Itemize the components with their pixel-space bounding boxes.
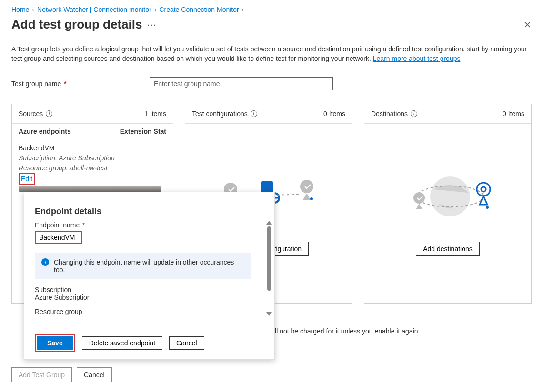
resource-group-label: Resource group [35,308,264,315]
sources-count: 1 Items [144,110,166,118]
svg-line-7 [277,194,300,195]
sources-title: Sources [19,110,43,118]
info-text: Changing this endpoint name will update … [54,258,245,274]
subscription-value: Azure Subscription [35,294,264,301]
page-title: Add test group details [11,17,142,32]
popup-title: Endpoint details [35,206,264,216]
source-subscription: Subscription: Azure Subscription [19,153,166,163]
learn-more-link[interactable]: Learn more about test groups [373,55,461,62]
source-edit-link[interactable]: Edit [21,174,32,184]
test-group-name-label: Test group name [11,80,61,88]
source-resource-group: Resource group: abell-nw-test [19,163,166,173]
info-icon[interactable]: i [46,110,52,117]
delete-endpoint-button[interactable]: Delete saved endpoint [82,336,162,350]
testcfg-title: Test configurations [192,110,248,118]
crumb-watcher[interactable]: Network Watcher | Connection monitor [37,6,151,13]
info-icon: i [41,258,49,266]
required-icon: * [82,221,85,229]
endpoint-name-input[interactable] [35,231,251,244]
crumb-home[interactable]: Home [11,6,29,13]
info-callout: i Changing this endpoint name will updat… [35,253,251,279]
info-icon[interactable]: i [251,110,257,117]
info-icon[interactable]: i [411,110,417,117]
crumb-create[interactable]: Create Connection Monitor [159,6,239,13]
svg-point-13 [481,187,486,192]
subscription-label: Subscription [35,286,264,294]
destinations-count: 0 Items [503,110,524,118]
test-group-name-input[interactable] [150,77,333,90]
svg-point-12 [477,183,490,196]
cancel-button[interactable]: Cancel [77,367,112,382]
required-icon: * [64,80,66,88]
close-icon[interactable]: ✕ [523,19,532,30]
testcfg-count: 0 Items [323,110,345,118]
destinations-graphic [395,170,500,227]
sources-col-extension: Extension Stat [120,127,166,135]
popup-cancel-button[interactable]: Cancel [169,336,204,350]
add-destinations-button[interactable]: Add destinations [416,242,480,256]
sources-col-endpoints: Azure endpoints [19,127,71,135]
chevron-right-icon: › [154,6,157,13]
chevron-right-icon: › [32,6,34,13]
svg-point-11 [413,192,425,204]
page-description: A Test group lets you define a logical g… [11,44,532,64]
save-button[interactable]: Save [37,336,73,350]
svg-point-8 [310,197,313,200]
source-item: BackendVM Subscription: Azure Subscripti… [12,139,173,195]
endpoint-name-label: Endpoint name [35,221,80,229]
chevron-right-icon: › [242,6,244,13]
add-test-group-button[interactable]: Add Test Group [11,367,72,382]
breadcrumb: Home › Network Watcher | Connection moni… [11,6,532,13]
svg-point-5 [300,180,313,193]
scrollbar[interactable] [267,221,272,316]
svg-point-9 [430,176,470,216]
disable-note: ill not be charged for it unless you ena… [273,327,532,335]
destinations-panel: Destinations i 0 Items [364,104,532,304]
svg-point-14 [486,206,489,209]
destinations-title: Destinations [371,110,408,118]
decorative-bar [19,186,161,192]
endpoint-details-popup: Endpoint details Endpoint name * i Chang… [24,192,275,360]
more-icon[interactable]: ⋯ [147,19,156,30]
source-name: BackendVM [19,143,166,153]
